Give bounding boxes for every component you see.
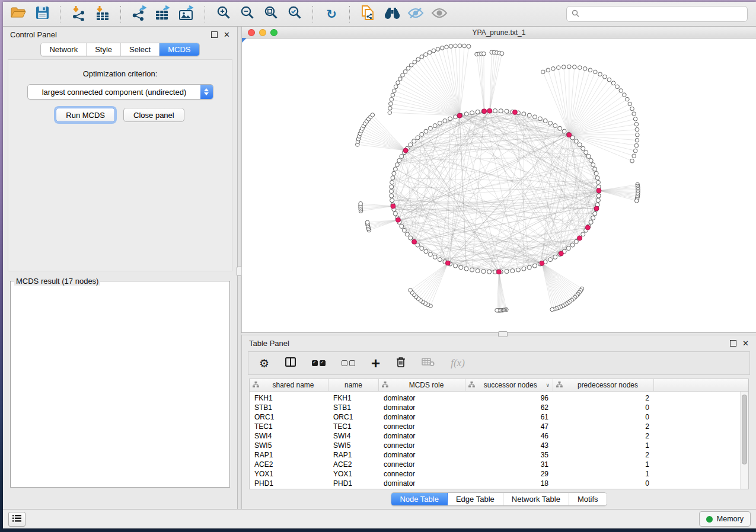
- table-row[interactable]: RAP1RAP1dominator352: [250, 450, 748, 460]
- tab-network[interactable]: Network: [41, 43, 87, 56]
- table-row[interactable]: STB1STB1dominator620: [250, 403, 748, 412]
- toolbar-separator: [312, 6, 314, 23]
- new-network-from-selection-button[interactable]: [358, 4, 379, 24]
- table-cell: dominator: [379, 413, 465, 421]
- function-builder-button[interactable]: f(x): [451, 357, 465, 369]
- float-panel-icon[interactable]: [730, 340, 736, 347]
- optimization-criterion-select[interactable]: largest connected component (undirected): [27, 84, 213, 100]
- float-panel-icon[interactable]: [211, 31, 218, 38]
- table-row[interactable]: TEC1TEC1connector472: [250, 422, 748, 431]
- close-window-icon[interactable]: [248, 29, 255, 36]
- table-row[interactable]: ACE2ACE2connector311: [250, 460, 748, 469]
- memory-button[interactable]: Memory: [699, 511, 751, 527]
- table-cell: 31: [465, 460, 553, 469]
- search-icon: [572, 9, 579, 20]
- table-mode-button[interactable]: ⚙: [259, 358, 269, 369]
- close-panel-button[interactable]: Close panel: [123, 108, 184, 122]
- checked-box-icon: [320, 360, 326, 366]
- table-cell: TEC1: [250, 422, 328, 431]
- column-header-shared-name[interactable]: shared name: [250, 379, 328, 391]
- table-cell: 96: [465, 394, 553, 402]
- hide-selected-button[interactable]: [405, 4, 426, 24]
- column-header-name[interactable]: name: [328, 379, 379, 391]
- table-cell: SWI4: [328, 432, 379, 440]
- first-neighbors-button[interactable]: [381, 4, 403, 24]
- tree-column-icon: [382, 381, 388, 389]
- memory-label: Memory: [717, 515, 744, 523]
- table-cell: ACE2: [328, 460, 379, 469]
- task-history-button[interactable]: [8, 512, 25, 527]
- zoom-in-button[interactable]: [213, 4, 234, 24]
- minimize-window-icon[interactable]: [259, 29, 266, 36]
- memory-status-icon: [706, 516, 713, 523]
- column-header-MCDS-role[interactable]: MCDS role: [379, 379, 465, 391]
- close-panel-icon[interactable]: ✕: [224, 31, 230, 39]
- tab-node-table[interactable]: Node Table: [391, 493, 448, 505]
- select-all-button[interactable]: [312, 360, 326, 366]
- empty-box-icon: [342, 360, 347, 366]
- zoom-out-button[interactable]: [237, 4, 258, 24]
- plus-icon: +: [371, 357, 380, 370]
- column-label: successor nodes: [477, 381, 543, 389]
- zoom-selected-button[interactable]: [284, 4, 305, 24]
- table-cell: FKH1: [328, 394, 379, 402]
- table-cell: dominator: [379, 403, 465, 412]
- zoom-fit-button[interactable]: [260, 4, 282, 24]
- open-folder-icon: [11, 7, 26, 21]
- column-header-predecessor-nodes[interactable]: predecessor nodes: [553, 379, 654, 391]
- main-area: Control Panel ✕ NetworkStyleSelectMCDS O…: [3, 27, 756, 509]
- apply-layout-button[interactable]: ↻: [321, 4, 342, 24]
- table-row[interactable]: SWI4SWI4dominator462: [250, 431, 748, 441]
- table-header-row: shared namenameMCDS rolesuccessor nodes∨…: [250, 379, 748, 392]
- table-row[interactable]: PHD1PHD1dominator180: [250, 479, 748, 488]
- table-cell: PHD1: [328, 479, 379, 488]
- table-cell: 2: [553, 422, 654, 431]
- table-row[interactable]: FKH1FKH1dominator962: [250, 393, 748, 403]
- save-session-button[interactable]: [31, 4, 53, 24]
- show-columns-button[interactable]: [285, 357, 296, 369]
- delete-table-button[interactable]: [422, 358, 435, 369]
- scrollbar-thumb[interactable]: [742, 395, 747, 464]
- search-box[interactable]: [566, 6, 748, 22]
- table-cell: 2: [553, 394, 654, 402]
- open-file-button[interactable]: [8, 4, 29, 24]
- search-input[interactable]: [583, 9, 742, 19]
- export-image-button[interactable]: [176, 4, 197, 24]
- deselect-all-button[interactable]: [342, 360, 355, 366]
- table-row[interactable]: YOX1YOX1connector291: [250, 469, 748, 479]
- table-row[interactable]: SWI5SWI5connector431: [250, 441, 748, 450]
- dock-corner-icon: [242, 38, 247, 43]
- maximize-window-icon[interactable]: [270, 29, 277, 36]
- export-table-button[interactable]: [152, 4, 174, 24]
- table-cell: 61: [465, 413, 553, 421]
- tab-mcds[interactable]: MCDS: [160, 43, 199, 56]
- close-panel-icon[interactable]: ✕: [742, 339, 749, 347]
- table-cell: 1: [553, 441, 654, 450]
- add-column-button[interactable]: +: [371, 357, 380, 370]
- tab-edge-table[interactable]: Edge Table: [448, 493, 503, 505]
- table-cell: PHD1: [250, 479, 328, 488]
- table-cell: connector: [379, 441, 465, 450]
- tab-network-table[interactable]: Network Table: [503, 493, 569, 505]
- table-row[interactable]: ORC1ORC1dominator610: [250, 412, 748, 422]
- import-table-button[interactable]: [92, 4, 113, 24]
- horizontal-splitter[interactable]: [241, 332, 756, 335]
- import-network-button[interactable]: [68, 4, 90, 24]
- tab-style[interactable]: Style: [87, 43, 121, 56]
- splitter-handle[interactable]: [498, 331, 508, 337]
- column-header-successor-nodes[interactable]: successor nodes∨: [465, 379, 553, 391]
- delete-columns-button[interactable]: [396, 357, 406, 370]
- vertical-splitter[interactable]: [237, 27, 241, 509]
- show-all-button[interactable]: [429, 4, 450, 24]
- network-canvas[interactable]: [242, 39, 756, 332]
- export-network-button[interactable]: [129, 4, 150, 24]
- table-cell: SWI5: [328, 441, 379, 450]
- tab-motifs[interactable]: Motifs: [569, 493, 607, 505]
- table-scrollbar[interactable]: [740, 392, 748, 489]
- table-cell: dominator: [379, 451, 465, 459]
- run-mcds-button[interactable]: Run MCDS: [56, 108, 115, 122]
- network-titlebar[interactable]: YPA_prune.txt_1: [242, 27, 756, 39]
- tab-select[interactable]: Select: [121, 43, 160, 56]
- control-panel-header: Control Panel ✕: [3, 27, 237, 42]
- table-cell: SWI4: [250, 432, 328, 440]
